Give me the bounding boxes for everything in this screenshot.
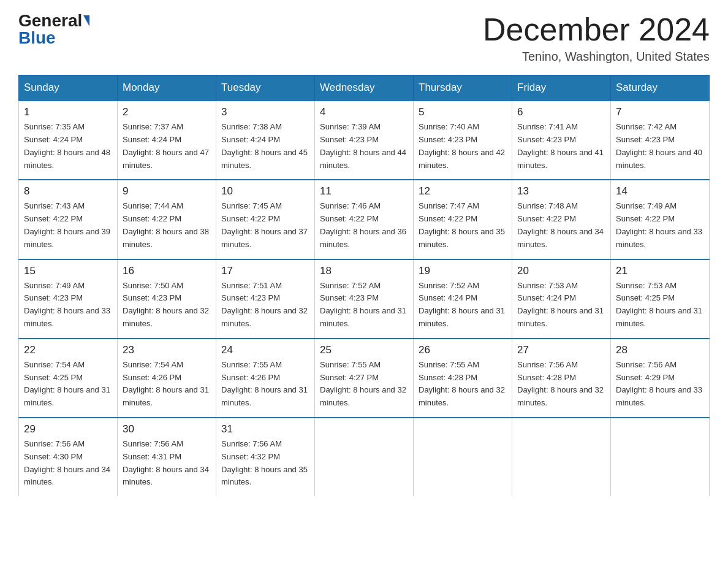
logo: General Blue <box>18 12 89 47</box>
col-header-wednesday: Wednesday <box>315 75 414 101</box>
calendar-cell: 10 Sunrise: 7:45 AM Sunset: 4:22 PM Dayl… <box>216 180 315 259</box>
day-number: 17 <box>221 265 309 277</box>
day-number: 27 <box>517 344 605 356</box>
day-info: Sunrise: 7:56 AM Sunset: 4:28 PM Dayligh… <box>517 359 605 410</box>
day-info: Sunrise: 7:41 AM Sunset: 4:23 PM Dayligh… <box>517 121 605 172</box>
col-header-thursday: Thursday <box>414 75 512 101</box>
logo-arrow-icon <box>83 15 89 26</box>
calendar-table: SundayMondayTuesdayWednesdayThursdayFrid… <box>18 75 710 496</box>
calendar-cell: 3 Sunrise: 7:38 AM Sunset: 4:24 PM Dayli… <box>216 101 315 180</box>
calendar-cell: 27 Sunrise: 7:56 AM Sunset: 4:28 PM Dayl… <box>512 339 611 418</box>
day-number: 2 <box>123 106 211 118</box>
day-number: 26 <box>419 344 507 356</box>
calendar-cell: 21 Sunrise: 7:53 AM Sunset: 4:25 PM Dayl… <box>611 259 710 339</box>
week-row-3: 15 Sunrise: 7:49 AM Sunset: 4:23 PM Dayl… <box>19 259 710 339</box>
calendar-cell: 6 Sunrise: 7:41 AM Sunset: 4:23 PM Dayli… <box>512 101 611 180</box>
calendar-cell: 22 Sunrise: 7:54 AM Sunset: 4:25 PM Dayl… <box>19 339 118 418</box>
title-block: December 2024 Tenino, Washington, United… <box>483 12 710 64</box>
day-number: 21 <box>616 265 704 277</box>
calendar-cell: 29 Sunrise: 7:56 AM Sunset: 4:30 PM Dayl… <box>19 418 118 496</box>
calendar-cell <box>414 418 512 496</box>
calendar-cell: 26 Sunrise: 7:55 AM Sunset: 4:28 PM Dayl… <box>414 339 512 418</box>
day-number: 4 <box>320 106 408 118</box>
calendar-cell <box>512 418 611 496</box>
day-info: Sunrise: 7:56 AM Sunset: 4:29 PM Dayligh… <box>616 359 704 410</box>
logo-blue-text: Blue <box>18 29 56 47</box>
col-header-tuesday: Tuesday <box>216 75 315 101</box>
day-info: Sunrise: 7:49 AM Sunset: 4:23 PM Dayligh… <box>24 280 112 331</box>
day-number: 12 <box>419 185 507 197</box>
day-number: 9 <box>123 185 211 197</box>
day-info: Sunrise: 7:45 AM Sunset: 4:22 PM Dayligh… <box>221 200 309 251</box>
day-number: 10 <box>221 185 309 197</box>
day-info: Sunrise: 7:55 AM Sunset: 4:28 PM Dayligh… <box>419 359 507 410</box>
day-number: 1 <box>24 106 112 118</box>
day-number: 13 <box>517 185 605 197</box>
calendar-cell: 28 Sunrise: 7:56 AM Sunset: 4:29 PM Dayl… <box>611 339 710 418</box>
calendar-cell: 4 Sunrise: 7:39 AM Sunset: 4:23 PM Dayli… <box>315 101 414 180</box>
calendar-cell: 31 Sunrise: 7:56 AM Sunset: 4:32 PM Dayl… <box>216 418 315 496</box>
day-info: Sunrise: 7:39 AM Sunset: 4:23 PM Dayligh… <box>320 121 408 172</box>
calendar-cell <box>611 418 710 496</box>
day-info: Sunrise: 7:55 AM Sunset: 4:26 PM Dayligh… <box>221 359 309 410</box>
day-number: 24 <box>221 344 309 356</box>
month-title: December 2024 <box>483 12 710 47</box>
day-number: 16 <box>123 265 211 277</box>
day-info: Sunrise: 7:35 AM Sunset: 4:24 PM Dayligh… <box>24 121 112 172</box>
day-number: 6 <box>517 106 605 118</box>
calendar-cell: 25 Sunrise: 7:55 AM Sunset: 4:27 PM Dayl… <box>315 339 414 418</box>
day-info: Sunrise: 7:52 AM Sunset: 4:24 PM Dayligh… <box>419 280 507 331</box>
page-header: General Blue December 2024 Tenino, Washi… <box>18 12 710 64</box>
day-info: Sunrise: 7:40 AM Sunset: 4:23 PM Dayligh… <box>419 121 507 172</box>
col-header-friday: Friday <box>512 75 611 101</box>
logo-general-text: General <box>18 12 82 29</box>
day-info: Sunrise: 7:44 AM Sunset: 4:22 PM Dayligh… <box>123 200 211 251</box>
day-info: Sunrise: 7:47 AM Sunset: 4:22 PM Dayligh… <box>419 200 507 251</box>
day-info: Sunrise: 7:49 AM Sunset: 4:22 PM Dayligh… <box>616 200 704 251</box>
day-info: Sunrise: 7:53 AM Sunset: 4:25 PM Dayligh… <box>616 280 704 331</box>
day-number: 23 <box>123 344 211 356</box>
calendar-cell: 20 Sunrise: 7:53 AM Sunset: 4:24 PM Dayl… <box>512 259 611 339</box>
calendar-cell: 30 Sunrise: 7:56 AM Sunset: 4:31 PM Dayl… <box>118 418 216 496</box>
calendar-cell: 11 Sunrise: 7:46 AM Sunset: 4:22 PM Dayl… <box>315 180 414 259</box>
calendar-cell: 2 Sunrise: 7:37 AM Sunset: 4:24 PM Dayli… <box>118 101 216 180</box>
day-number: 5 <box>419 106 507 118</box>
day-info: Sunrise: 7:51 AM Sunset: 4:23 PM Dayligh… <box>221 280 309 331</box>
week-row-4: 22 Sunrise: 7:54 AM Sunset: 4:25 PM Dayl… <box>19 339 710 418</box>
day-number: 18 <box>320 265 408 277</box>
day-number: 14 <box>616 185 704 197</box>
calendar-cell: 8 Sunrise: 7:43 AM Sunset: 4:22 PM Dayli… <box>19 180 118 259</box>
logo-general: General <box>18 12 89 29</box>
calendar-cell: 1 Sunrise: 7:35 AM Sunset: 4:24 PM Dayli… <box>19 101 118 180</box>
calendar-cell: 17 Sunrise: 7:51 AM Sunset: 4:23 PM Dayl… <box>216 259 315 339</box>
calendar-cell: 18 Sunrise: 7:52 AM Sunset: 4:23 PM Dayl… <box>315 259 414 339</box>
day-info: Sunrise: 7:54 AM Sunset: 4:25 PM Dayligh… <box>24 359 112 410</box>
day-number: 19 <box>419 265 507 277</box>
location-subtitle: Tenino, Washington, United States <box>483 50 710 64</box>
day-info: Sunrise: 7:46 AM Sunset: 4:22 PM Dayligh… <box>320 200 408 251</box>
week-row-1: 1 Sunrise: 7:35 AM Sunset: 4:24 PM Dayli… <box>19 101 710 180</box>
col-header-saturday: Saturday <box>611 75 710 101</box>
week-row-2: 8 Sunrise: 7:43 AM Sunset: 4:22 PM Dayli… <box>19 180 710 259</box>
day-number: 22 <box>24 344 112 356</box>
day-info: Sunrise: 7:37 AM Sunset: 4:24 PM Dayligh… <box>123 121 211 172</box>
calendar-cell: 12 Sunrise: 7:47 AM Sunset: 4:22 PM Dayl… <box>414 180 512 259</box>
calendar-cell: 7 Sunrise: 7:42 AM Sunset: 4:23 PM Dayli… <box>611 101 710 180</box>
calendar-header-row: SundayMondayTuesdayWednesdayThursdayFrid… <box>19 75 710 101</box>
calendar-cell: 9 Sunrise: 7:44 AM Sunset: 4:22 PM Dayli… <box>118 180 216 259</box>
day-number: 7 <box>616 106 704 118</box>
day-number: 29 <box>24 423 112 435</box>
col-header-monday: Monday <box>118 75 216 101</box>
day-info: Sunrise: 7:55 AM Sunset: 4:27 PM Dayligh… <box>320 359 408 410</box>
day-number: 8 <box>24 185 112 197</box>
day-number: 15 <box>24 265 112 277</box>
calendar-cell: 5 Sunrise: 7:40 AM Sunset: 4:23 PM Dayli… <box>414 101 512 180</box>
day-info: Sunrise: 7:53 AM Sunset: 4:24 PM Dayligh… <box>517 280 605 331</box>
day-info: Sunrise: 7:56 AM Sunset: 4:30 PM Dayligh… <box>24 438 112 489</box>
calendar-cell: 13 Sunrise: 7:48 AM Sunset: 4:22 PM Dayl… <box>512 180 611 259</box>
day-number: 25 <box>320 344 408 356</box>
day-number: 20 <box>517 265 605 277</box>
week-row-5: 29 Sunrise: 7:56 AM Sunset: 4:30 PM Dayl… <box>19 418 710 496</box>
calendar-cell: 16 Sunrise: 7:50 AM Sunset: 4:23 PM Dayl… <box>118 259 216 339</box>
day-info: Sunrise: 7:50 AM Sunset: 4:23 PM Dayligh… <box>123 280 211 331</box>
